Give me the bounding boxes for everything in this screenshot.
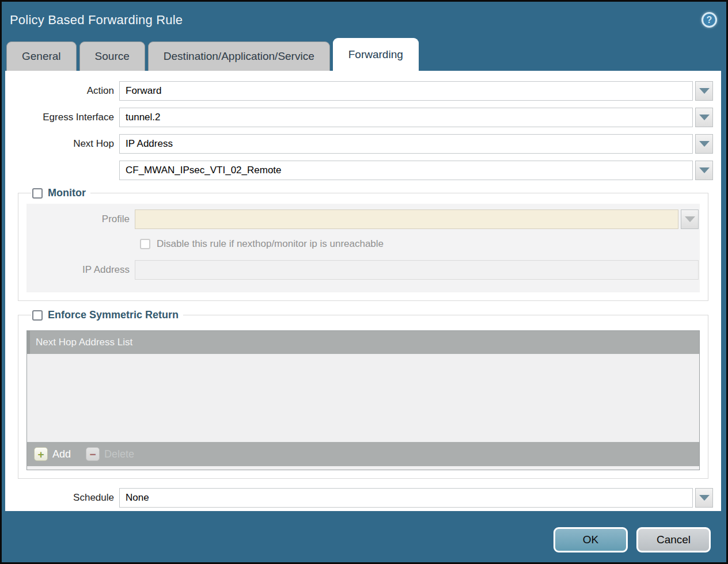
help-icon[interactable]: ? [702, 12, 717, 28]
disable-rule-row: Disable this rule if nexthop/monitor ip … [140, 238, 699, 250]
next-hop-label: Next Hop [5, 138, 119, 150]
egress-interface-label: Egress Interface [5, 112, 119, 123]
profile-select [135, 209, 678, 229]
action-value: Forward [126, 85, 161, 97]
monitor-checkbox[interactable] [32, 188, 43, 199]
next-hop-address-row: CF_MWAN_IPsec_VTI_02_Remote [5, 161, 713, 180]
next-hop-address-select[interactable]: CF_MWAN_IPsec_VTI_02_Remote [119, 161, 693, 180]
next-hop-address-list-toolbar: + Add − Delete [27, 442, 699, 466]
schedule-label: Schedule [5, 492, 119, 504]
next-hop-type-select[interactable]: IP Address [119, 134, 693, 154]
profile-label: Profile [26, 214, 135, 225]
add-button-label: Add [52, 448, 71, 460]
monitor-legend-label: Monitor [48, 187, 86, 199]
ok-button[interactable]: OK [553, 527, 628, 552]
enforce-symmetric-return-checkbox[interactable] [32, 310, 43, 321]
action-label: Action [5, 85, 119, 97]
next-hop-address-list-body [27, 354, 699, 442]
tab-label: Destination/Application/Service [164, 50, 314, 63]
minus-icon: − [86, 447, 100, 461]
disable-rule-label: Disable this rule if nexthop/monitor ip … [157, 238, 384, 250]
table-bottom-strip [27, 466, 699, 470]
schedule-value: None [126, 492, 149, 504]
delete-button-label: Delete [104, 448, 134, 460]
pbf-rule-dialog: Policy Based Forwarding Rule ? General S… [0, 0, 728, 564]
help-question-glyph: ? [707, 15, 712, 25]
dialog-title: Policy Based Forwarding Rule [10, 13, 183, 28]
profile-dropdown-button [681, 209, 699, 229]
chevron-down-icon [699, 141, 710, 147]
next-hop-address-list-header-label: Next Hop Address List [36, 337, 132, 348]
next-hop-address-list-header: Next Hop Address List [27, 331, 699, 354]
next-hop-address-value: CF_MWAN_IPsec_VTI_02_Remote [126, 165, 282, 176]
monitor-ip-address-label: IP Address [26, 264, 135, 276]
egress-interface-value: tunnel.2 [126, 112, 161, 123]
add-button[interactable]: + Add [34, 447, 71, 461]
forwarding-tab-panel: Action Forward Egress Interface tunnel.2… [5, 71, 721, 511]
tab-source[interactable]: Source [79, 41, 145, 71]
chevron-down-icon [699, 115, 710, 120]
monitor-fieldset: Monitor Profile Disable this rule if nex… [18, 187, 708, 301]
dialog-header: Policy Based Forwarding Rule ? [2, 2, 726, 37]
tab-bar: General Source Destination/Application/S… [2, 37, 726, 71]
egress-interface-select[interactable]: tunnel.2 [119, 108, 693, 127]
enforce-symmetric-return-legend: Enforce Symmetric Return [31, 309, 183, 321]
monitor-ip-address-input [135, 260, 699, 280]
next-hop-type-value: IP Address [126, 138, 173, 150]
tab-label: General [22, 50, 61, 63]
action-row: Action Forward [5, 81, 713, 101]
monitor-ip-address-row: IP Address [26, 260, 699, 280]
tab-forwarding[interactable]: Forwarding [333, 38, 419, 71]
schedule-dropdown-button[interactable] [695, 488, 713, 508]
schedule-select[interactable]: None [119, 488, 693, 508]
chevron-down-icon [699, 88, 710, 94]
tab-general[interactable]: General [6, 41, 77, 71]
next-hop-dropdown-button[interactable] [695, 134, 713, 154]
next-hop-row: Next Hop IP Address [5, 134, 713, 154]
cancel-button[interactable]: Cancel [636, 527, 711, 552]
chevron-down-icon [699, 167, 710, 173]
tab-label: Forwarding [348, 48, 403, 61]
monitor-panel: Profile Disable this rule if nexthop/mon… [26, 204, 700, 292]
delete-button: − Delete [86, 447, 134, 461]
enforce-symmetric-return-legend-label: Enforce Symmetric Return [48, 309, 179, 321]
action-dropdown-button[interactable] [695, 81, 713, 101]
next-hop-address-dropdown-button[interactable] [695, 161, 713, 180]
action-select[interactable]: Forward [119, 81, 693, 101]
tab-destination-application-service[interactable]: Destination/Application/Service [148, 41, 330, 71]
chevron-down-icon [699, 495, 710, 501]
egress-interface-row: Egress Interface tunnel.2 [5, 108, 713, 127]
monitor-legend: Monitor [31, 187, 90, 199]
egress-interface-dropdown-button[interactable] [695, 108, 713, 127]
plus-icon: + [34, 447, 48, 461]
dialog-footer: OK Cancel [553, 527, 711, 552]
enforce-symmetric-return-fieldset: Enforce Symmetric Return Next Hop Addres… [18, 309, 708, 479]
next-hop-address-list-table: Next Hop Address List + Add − Delete [26, 330, 700, 470]
profile-row: Profile [26, 209, 699, 229]
chevron-down-icon [685, 216, 695, 222]
disable-rule-checkbox [140, 239, 150, 249]
schedule-row: Schedule None [5, 488, 713, 508]
tab-label: Source [95, 50, 130, 63]
